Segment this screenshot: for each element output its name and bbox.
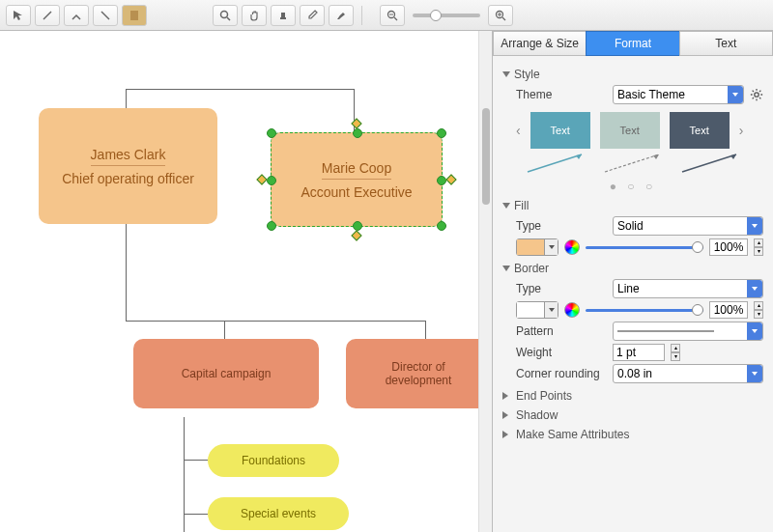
zoom-slider[interactable]	[413, 14, 480, 17]
section-shadow[interactable]: Shadow	[502, 408, 763, 422]
inspector-sidebar: Arrange & Size Format Text Style Theme B…	[492, 31, 773, 532]
pattern-select[interactable]	[613, 322, 763, 341]
svg-marker-16	[576, 154, 582, 159]
node-label: Special events	[241, 507, 316, 520]
svg-point-14	[755, 93, 759, 97]
theme-swatch-3[interactable]: Text	[670, 112, 730, 149]
svg-line-0	[43, 12, 51, 19]
node-capital[interactable]: Capital campaign	[133, 339, 319, 408]
gear-icon[interactable]	[750, 88, 763, 101]
svg-line-1	[101, 12, 109, 19]
zoom-out-button[interactable]	[380, 5, 405, 26]
theme-swatch-2[interactable]: Text	[600, 112, 660, 149]
fill-opacity-value[interactable]: 100%	[709, 238, 748, 256]
vertical-scrollbar[interactable]	[478, 31, 492, 532]
weight-stepper[interactable]: ▴▾	[671, 344, 680, 361]
svg-point-3	[221, 11, 228, 17]
theme-swatch-1[interactable]: Text	[530, 112, 590, 149]
node-label: Capital campaign	[182, 367, 272, 380]
svg-line-13	[502, 17, 505, 20]
section-style[interactable]: Style	[502, 68, 763, 81]
node-james[interactable]: James Clark Chief operating officer	[39, 108, 217, 224]
line-alt-tool[interactable]	[93, 5, 118, 26]
brush-tool[interactable]	[329, 5, 354, 26]
top-toolbar	[0, 0, 773, 31]
svg-marker-18	[653, 154, 659, 159]
border-type-label: Type	[516, 282, 607, 295]
color-wheel-icon[interactable]	[564, 302, 580, 318]
corner-select[interactable]: 0.08 in	[613, 364, 763, 383]
weight-label: Weight	[516, 346, 607, 359]
svg-line-19	[682, 154, 736, 172]
node-role: Chief operating officer	[62, 171, 194, 186]
tab-text[interactable]: Text	[679, 31, 773, 56]
node-marie-selected[interactable]: Marie Coop Account Executive	[271, 132, 443, 227]
select-tool[interactable]	[6, 5, 31, 26]
canvas[interactable]: James Clark Chief operating officer Mari…	[0, 31, 492, 532]
theme-pager[interactable]: ● ○ ○	[502, 180, 763, 193]
section-fill[interactable]: Fill	[502, 199, 763, 212]
node-label: Director of development	[359, 360, 477, 387]
theme-next[interactable]: ›	[739, 123, 744, 138]
pan-tool[interactable]	[242, 5, 267, 26]
theme-label: Theme	[516, 88, 607, 101]
color-wheel-icon[interactable]	[564, 239, 580, 255]
border-opacity-stepper[interactable]: ▴▾	[754, 301, 763, 319]
fill-type-select[interactable]: Solid	[613, 216, 763, 236]
node-events[interactable]: Special events	[208, 497, 349, 530]
fill-opacity-stepper[interactable]: ▴▾	[754, 238, 763, 256]
node-director[interactable]: Director of development	[346, 339, 491, 408]
node-label: Foundations	[242, 454, 305, 467]
node-name: Marie Coop	[322, 160, 391, 180]
svg-line-17	[605, 154, 659, 172]
connector-tool[interactable]	[64, 5, 89, 26]
svg-line-4	[227, 17, 230, 20]
border-opacity-value[interactable]: 100%	[709, 301, 748, 319]
svg-line-15	[528, 154, 582, 172]
corner-label: Corner rounding	[516, 367, 607, 380]
tab-format[interactable]: Format	[586, 31, 678, 56]
node-role: Account Executive	[301, 184, 412, 200]
stamp-tool[interactable]	[271, 5, 296, 26]
zoom-in-button[interactable]	[488, 5, 513, 26]
theme-prev[interactable]: ‹	[516, 123, 521, 138]
svg-rect-5	[280, 17, 286, 19]
fill-color-swatch[interactable]	[516, 238, 558, 256]
doc-tool[interactable]	[122, 5, 147, 26]
border-color-swatch[interactable]	[516, 301, 558, 319]
node-name: James Clark	[91, 147, 166, 166]
arrow-style-1[interactable]	[526, 153, 586, 174]
section-border[interactable]: Border	[502, 262, 763, 275]
section-end-points[interactable]: End Points	[502, 389, 763, 403]
line-tool[interactable]	[35, 5, 60, 26]
border-type-select[interactable]: Line	[613, 279, 763, 298]
svg-marker-20	[730, 154, 736, 159]
arrow-style-2[interactable]	[603, 153, 663, 174]
node-foundations[interactable]: Foundations	[208, 444, 339, 477]
zoom-tool[interactable]	[213, 5, 238, 26]
border-opacity-slider[interactable]	[586, 309, 703, 312]
tab-arrange-size[interactable]: Arrange & Size	[493, 31, 586, 56]
theme-select[interactable]: Basic Theme	[613, 85, 744, 104]
arrow-style-3[interactable]	[680, 153, 740, 174]
section-make-same[interactable]: Make Same Attributes	[502, 428, 763, 441]
pattern-label: Pattern	[516, 324, 607, 338]
fill-type-label: Type	[516, 219, 607, 233]
fill-opacity-slider[interactable]	[586, 246, 703, 249]
weight-input[interactable]: 1 pt	[613, 344, 665, 361]
eyedropper-tool[interactable]	[300, 5, 325, 26]
svg-rect-6	[281, 13, 285, 17]
svg-line-9	[394, 17, 397, 20]
svg-rect-2	[130, 11, 138, 20]
